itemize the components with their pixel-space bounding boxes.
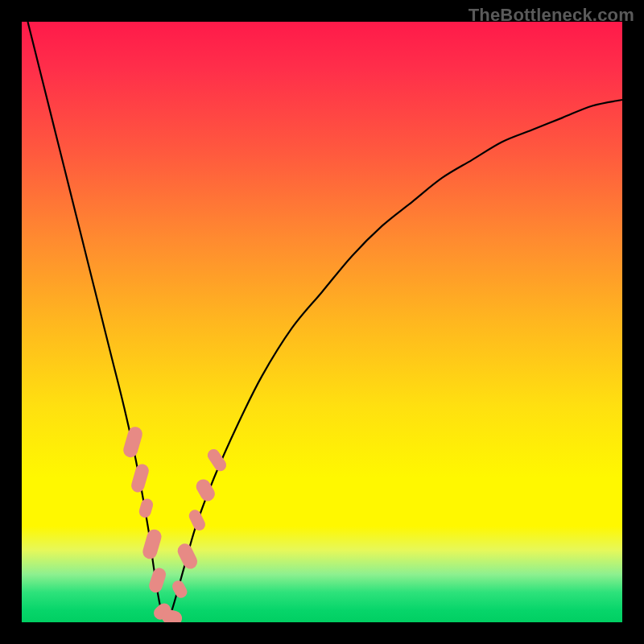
plot-area	[22, 22, 622, 622]
curve-marker	[141, 528, 163, 561]
curve-markers	[122, 425, 229, 622]
curve-marker	[138, 497, 155, 519]
curve-marker	[147, 566, 167, 594]
curve-marker	[175, 541, 200, 571]
curve-marker	[130, 462, 151, 493]
curve-marker	[122, 425, 144, 459]
curve-marker	[170, 579, 189, 601]
chart-container: TheBottleneck.com	[0, 0, 644, 644]
bottleneck-curve	[27, 22, 622, 622]
curve-svg	[22, 22, 622, 622]
curve-marker	[187, 508, 207, 533]
curve-marker	[193, 477, 217, 504]
